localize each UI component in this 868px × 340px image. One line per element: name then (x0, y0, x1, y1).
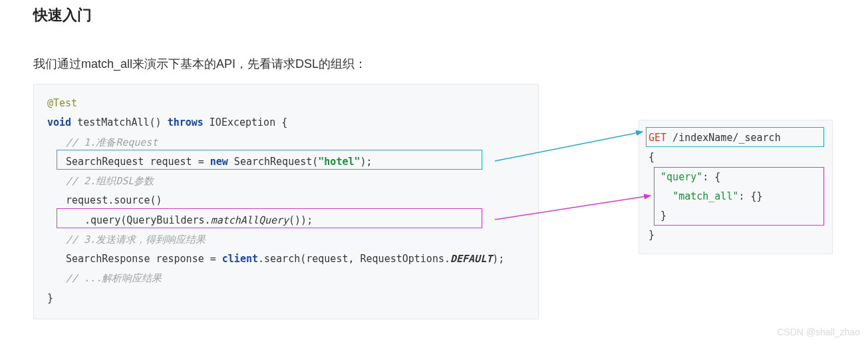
annotation: @Test (47, 97, 77, 109)
page-title: 快速入门 (33, 0, 835, 25)
close-brace: } (47, 292, 53, 304)
code-area: @Test void testMatchAll() throws IOExcep… (33, 84, 835, 319)
fn-name: testMatchAll() (71, 116, 168, 128)
dsl-get-line: GET /indexName/_search (649, 128, 823, 148)
dsl-query-open: "query": { (649, 168, 823, 187)
exception: IOException { (204, 116, 287, 128)
dsl-match-all: "match_all": {} (649, 187, 823, 206)
comment-4: // ...解析响应结果 (47, 269, 162, 288)
dsl-open: { (649, 148, 823, 167)
comment-2: // 2.组织DSL参数 (47, 172, 154, 191)
dsl-close: } (649, 226, 823, 245)
dsl-block: GET /indexName/_search { "query": { "mat… (639, 120, 833, 254)
dsl-query-close: } (649, 206, 823, 226)
line-query: .query(QueryBuilders.matchAllQuery()); (47, 211, 313, 230)
line-request: SearchRequest request = new SearchReques… (47, 152, 372, 172)
intro-text: 我们通过match_all来演示下基本的API，先看请求DSL的组织： (33, 56, 835, 72)
kw-void: void (47, 116, 71, 128)
kw-throws: throws (168, 116, 204, 128)
line-response: SearchResponse response = client.search(… (47, 250, 504, 269)
comment-1: // 1.准备Request (47, 133, 158, 152)
line-source: request.source() (47, 191, 162, 210)
watermark: CSDN @shall_zhao (777, 327, 860, 337)
java-code-block: @Test void testMatchAll() throws IOExcep… (33, 84, 539, 319)
comment-3: // 3.发送请求，得到响应结果 (47, 230, 206, 250)
